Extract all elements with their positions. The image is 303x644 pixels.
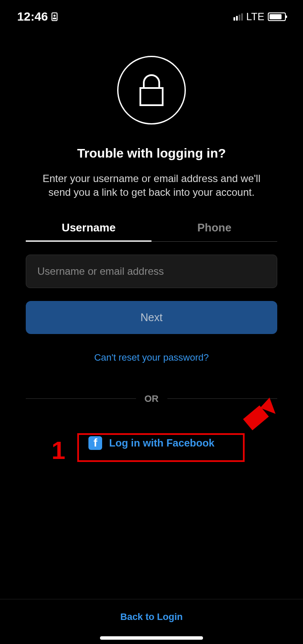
status-left: 12:46 <box>17 10 58 24</box>
battery-icon <box>268 12 286 21</box>
tab-phone[interactable]: Phone <box>152 215 277 241</box>
page-title: Trouble with logging in? <box>26 146 277 161</box>
network-label: LTE <box>246 11 264 23</box>
status-right: LTE <box>233 11 286 23</box>
status-bar: 12:46 LTE <box>0 0 303 26</box>
home-indicator[interactable] <box>100 636 203 640</box>
facebook-icon: f <box>88 436 102 450</box>
lock-icon <box>117 56 186 125</box>
username-input[interactable] <box>26 255 277 288</box>
signal-icon <box>233 13 243 21</box>
cant-reset-link[interactable]: Can't reset your password? <box>26 352 277 363</box>
svg-rect-0 <box>140 88 163 105</box>
tabs: Username Phone <box>26 215 277 242</box>
or-text: OR <box>145 393 159 404</box>
back-to-login-link[interactable]: Back to Login <box>120 611 182 622</box>
tab-username[interactable]: Username <box>26 215 152 242</box>
facebook-login-label: Log in with Facebook <box>109 437 214 449</box>
or-divider: OR <box>26 393 277 404</box>
status-time: 12:46 <box>17 10 48 24</box>
facebook-login-button[interactable]: f Log in with Facebook <box>76 430 227 456</box>
contact-card-icon <box>52 12 58 21</box>
next-button[interactable]: Next <box>26 301 277 334</box>
page-subtitle: Enter your username or email address and… <box>26 172 277 200</box>
